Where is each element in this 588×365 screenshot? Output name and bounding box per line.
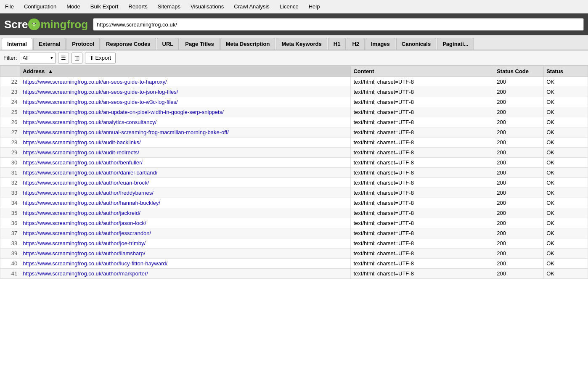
cell-row-num: 40 bbox=[0, 259, 20, 269]
cell-content: text/html; charset=UTF-8 bbox=[351, 178, 494, 188]
cell-content: text/html; charset=UTF-8 bbox=[351, 127, 494, 138]
table-row[interactable]: 38https://www.screamingfrog.co.uk/author… bbox=[0, 238, 588, 249]
table-row[interactable]: 27https://www.screamingfrog.co.uk/annual… bbox=[0, 127, 588, 138]
tab-h2[interactable]: H2 bbox=[347, 38, 365, 50]
menu-mode[interactable]: Mode bbox=[65, 3, 82, 11]
cell-row-num: 23 bbox=[0, 87, 20, 97]
cell-row-num: 24 bbox=[0, 97, 20, 107]
cell-address[interactable]: https://www.screamingfrog.co.uk/author/j… bbox=[20, 208, 351, 218]
menu-visualisations[interactable]: Visualisations bbox=[189, 3, 225, 11]
menu-bulk-export[interactable]: Bulk Export bbox=[89, 3, 120, 11]
tab-response-codes[interactable]: Response Codes bbox=[101, 38, 156, 50]
cell-address[interactable]: https://www.screamingfrog.co.uk/author/j… bbox=[20, 238, 351, 249]
cell-status-code: 200 bbox=[494, 218, 544, 228]
table-row[interactable]: 24https://www.screamingfrog.co.uk/an-seo… bbox=[0, 97, 588, 107]
table-row[interactable]: 29https://www.screamingfrog.co.uk/audit-… bbox=[0, 148, 588, 158]
cell-content: text/html; charset=UTF-8 bbox=[351, 228, 494, 238]
menu-help[interactable]: Help bbox=[307, 3, 322, 11]
cell-address[interactable]: https://www.screamingfrog.co.uk/an-seos-… bbox=[20, 97, 351, 107]
col-header-address[interactable]: Address ▲ bbox=[20, 66, 351, 77]
cell-row-num: 32 bbox=[0, 178, 20, 188]
cell-status: OK bbox=[544, 228, 588, 238]
table-row[interactable]: 40https://www.screamingfrog.co.uk/author… bbox=[0, 259, 588, 269]
table-row[interactable]: 32https://www.screamingfrog.co.uk/author… bbox=[0, 178, 588, 188]
cell-status: OK bbox=[544, 178, 588, 188]
cell-row-num: 37 bbox=[0, 228, 20, 238]
cell-address[interactable]: https://www.screamingfrog.co.uk/author/f… bbox=[20, 188, 351, 198]
cell-address[interactable]: https://www.screamingfrog.co.uk/an-seos-… bbox=[20, 77, 351, 87]
cell-status: OK bbox=[544, 198, 588, 208]
cell-address[interactable]: https://www.screamingfrog.co.uk/annual-s… bbox=[20, 127, 351, 138]
table-row[interactable]: 37https://www.screamingfrog.co.uk/author… bbox=[0, 228, 588, 238]
list-view-button[interactable]: ☰ bbox=[58, 53, 69, 63]
tab-images[interactable]: Images bbox=[366, 38, 395, 50]
table-row[interactable]: 31https://www.screamingfrog.co.uk/author… bbox=[0, 168, 588, 178]
cell-address[interactable]: https://www.screamingfrog.co.uk/author/j… bbox=[20, 218, 351, 228]
cell-address[interactable]: https://www.screamingfrog.co.uk/an-seos-… bbox=[20, 87, 351, 97]
cell-address[interactable]: https://www.screamingfrog.co.uk/author/l… bbox=[20, 249, 351, 259]
logo-bar: Scre ming frog bbox=[0, 13, 588, 35]
cell-address[interactable]: https://www.screamingfrog.co.uk/an-updat… bbox=[20, 107, 351, 117]
tab-h1[interactable]: H1 bbox=[328, 38, 346, 50]
cell-row-num: 35 bbox=[0, 208, 20, 218]
table-row[interactable]: 33https://www.screamingfrog.co.uk/author… bbox=[0, 188, 588, 198]
cell-address[interactable]: https://www.screamingfrog.co.uk/author/b… bbox=[20, 158, 351, 168]
cell-status-code: 200 bbox=[494, 208, 544, 218]
menu-file[interactable]: File bbox=[3, 3, 16, 11]
cell-status: OK bbox=[544, 117, 588, 127]
table-row[interactable]: 39https://www.screamingfrog.co.uk/author… bbox=[0, 249, 588, 259]
cell-status-code: 200 bbox=[494, 168, 544, 178]
tab-canonicals[interactable]: Canonicals bbox=[396, 38, 436, 50]
table-row[interactable]: 41https://www.screamingfrog.co.uk/author… bbox=[0, 269, 588, 279]
tab-meta-keywords[interactable]: Meta Keywords bbox=[276, 38, 327, 50]
tree-view-button[interactable]: ◫ bbox=[72, 53, 82, 63]
export-button[interactable]: ⬆ Export bbox=[85, 53, 116, 63]
table-row[interactable]: 28https://www.screamingfrog.co.uk/audit-… bbox=[0, 138, 588, 148]
table-row[interactable]: 22https://www.screamingfrog.co.uk/an-seo… bbox=[0, 77, 588, 87]
menu-crawl-analysis[interactable]: Crawl Analysis bbox=[232, 3, 271, 11]
cell-status: OK bbox=[544, 158, 588, 168]
col-header-status[interactable]: Status bbox=[544, 66, 588, 77]
cell-status: OK bbox=[544, 208, 588, 218]
col-header-content[interactable]: Content bbox=[351, 66, 494, 77]
cell-address[interactable]: https://www.screamingfrog.co.uk/author/d… bbox=[20, 168, 351, 178]
tab-page-titles[interactable]: Page Titles bbox=[180, 38, 219, 50]
menu-licence[interactable]: Licence bbox=[278, 3, 300, 11]
table-row[interactable]: 30https://www.screamingfrog.co.uk/author… bbox=[0, 158, 588, 168]
cell-address[interactable]: https://www.screamingfrog.co.uk/author/h… bbox=[20, 198, 351, 208]
cell-status-code: 200 bbox=[494, 228, 544, 238]
table-row[interactable]: 26https://www.screamingfrog.co.uk/analyt… bbox=[0, 117, 588, 127]
table-row[interactable]: 35https://www.screamingfrog.co.uk/author… bbox=[0, 208, 588, 218]
menu-reports[interactable]: Reports bbox=[127, 3, 149, 11]
cell-content: text/html; charset=UTF-8 bbox=[351, 259, 494, 269]
cell-address[interactable]: https://www.screamingfrog.co.uk/author/m… bbox=[20, 269, 351, 279]
cell-address[interactable]: https://www.screamingfrog.co.uk/audit-ba… bbox=[20, 138, 351, 148]
cell-status: OK bbox=[544, 188, 588, 198]
table-row[interactable]: 36https://www.screamingfrog.co.uk/author… bbox=[0, 218, 588, 228]
tab-protocol[interactable]: Protocol bbox=[66, 38, 100, 50]
cell-status: OK bbox=[544, 218, 588, 228]
cell-status: OK bbox=[544, 168, 588, 178]
cell-status: OK bbox=[544, 77, 588, 87]
table-row[interactable]: 23https://www.screamingfrog.co.uk/an-seo… bbox=[0, 87, 588, 97]
filter-select-wrapper: AllHTMLJavaScriptCSSImagesPDFFlashOther bbox=[20, 53, 56, 63]
col-header-num bbox=[0, 66, 20, 77]
cell-address[interactable]: https://www.screamingfrog.co.uk/author/j… bbox=[20, 228, 351, 238]
filter-select[interactable]: AllHTMLJavaScriptCSSImagesPDFFlashOther bbox=[20, 53, 56, 63]
cell-content: text/html; charset=UTF-8 bbox=[351, 249, 494, 259]
table-row[interactable]: 34https://www.screamingfrog.co.uk/author… bbox=[0, 198, 588, 208]
tab-external[interactable]: External bbox=[33, 38, 66, 50]
tab-internal[interactable]: Internal bbox=[2, 38, 32, 50]
cell-address[interactable]: https://www.screamingfrog.co.uk/author/l… bbox=[20, 259, 351, 269]
cell-address[interactable]: https://www.screamingfrog.co.uk/audit-re… bbox=[20, 148, 351, 158]
tab-meta-description[interactable]: Meta Description bbox=[220, 38, 275, 50]
menu-sitemaps[interactable]: Sitemaps bbox=[156, 3, 182, 11]
tab-paginati...[interactable]: Paginati... bbox=[437, 38, 474, 50]
col-header-status-code[interactable]: Status Code bbox=[494, 66, 544, 77]
tab-url[interactable]: URL bbox=[157, 38, 179, 50]
menu-configuration[interactable]: Configuration bbox=[22, 3, 58, 11]
url-input[interactable] bbox=[93, 18, 584, 31]
cell-address[interactable]: https://www.screamingfrog.co.uk/analytic… bbox=[20, 117, 351, 127]
table-row[interactable]: 25https://www.screamingfrog.co.uk/an-upd… bbox=[0, 107, 588, 117]
cell-address[interactable]: https://www.screamingfrog.co.uk/author/e… bbox=[20, 178, 351, 188]
